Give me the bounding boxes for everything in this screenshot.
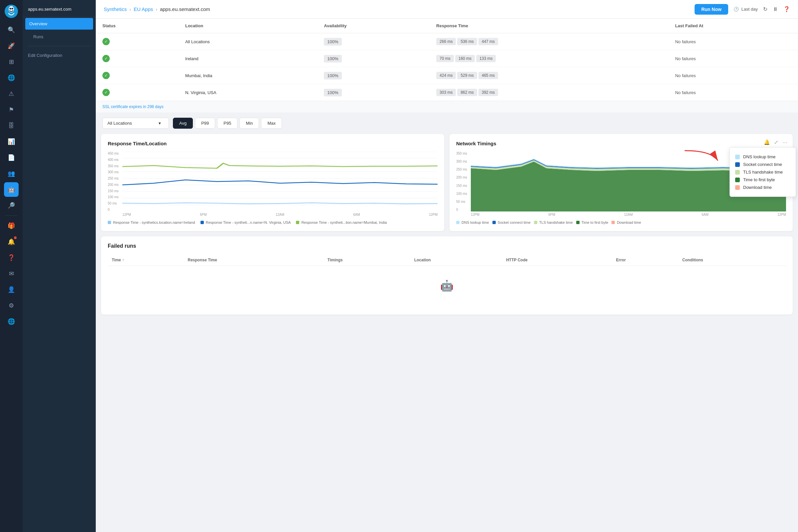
metric-btn-max[interactable]: Max xyxy=(261,118,282,129)
location-cell: N. Virginia, USA xyxy=(178,84,317,101)
clock-icon: 🕐 xyxy=(734,7,739,12)
col-response-time: Response Time xyxy=(430,19,668,33)
response-time-cell: 70 ms160 ms133 ms xyxy=(430,50,668,67)
time-badge: 133 ms xyxy=(476,55,496,62)
sidebar-search2-icon[interactable]: 🔎 xyxy=(4,198,19,213)
legend-bottom-socket: Socket connect time xyxy=(492,221,531,225)
status-ok-icon: ✓ xyxy=(102,38,110,45)
failed-table: Time Response Time Timings Location HTTP… xyxy=(108,254,786,308)
availability-cell: 100% xyxy=(317,33,430,50)
svg-point-2 xyxy=(10,8,11,10)
last-failed-cell: No failures xyxy=(668,84,798,101)
response-x-axis: 12PM 6PM 12AM 6AM 12PM xyxy=(122,213,438,216)
logo[interactable] xyxy=(4,4,19,19)
network-timings-chart: Network Timings 🔔 ⤢ ⋯ xyxy=(450,134,793,231)
sidebar-globe-icon[interactable]: 🌐 xyxy=(4,71,19,85)
time-badge: 266 ms xyxy=(436,38,456,45)
availability-cell: 100% xyxy=(317,50,430,67)
svg-point-3 xyxy=(12,8,13,10)
breadcrumb-sep1: › xyxy=(129,7,131,12)
sidebar-globe2-icon[interactable]: 🌐 xyxy=(4,314,19,329)
sidebar-doc-icon[interactable]: 📄 xyxy=(4,150,19,165)
col-response-time: Response Time xyxy=(184,254,323,266)
breadcrumb-eu-apps[interactable]: EU Apps xyxy=(134,6,153,12)
availability-badge: 100% xyxy=(324,38,341,45)
status-table: Status Location Availability Response Ti… xyxy=(96,19,798,101)
metric-btn-min[interactable]: Min xyxy=(240,118,259,129)
legend-tls-box xyxy=(735,170,740,174)
status-table-row: ✓ Mumbai, India 100% 424 ms529 ms465 ms … xyxy=(96,67,798,84)
nav-item-overview[interactable]: Overview xyxy=(25,18,93,30)
sidebar-divider xyxy=(5,215,17,216)
status-cell: ✓ xyxy=(96,50,178,67)
sidebar-gift-icon[interactable]: 🎁 xyxy=(4,218,19,233)
legend-bottom-ttfb: Time to first byte xyxy=(576,221,608,225)
availability-cell: 100% xyxy=(317,67,430,84)
legend-dns-box xyxy=(735,155,740,159)
status-table-row: ✓ N. Virginia, USA 100% 303 ms862 ms392 … xyxy=(96,84,798,101)
sidebar-team-icon[interactable]: 👥 xyxy=(4,166,19,181)
chart-actions: 🔔 ⤢ ⋯ xyxy=(764,139,787,145)
sidebar-users-icon[interactable]: 👤 xyxy=(4,282,19,297)
legend-bottom-dns-dot xyxy=(456,221,459,224)
response-chart-area: 450 ms 400 ms 350 ms 300 ms 250 ms 200 m… xyxy=(108,152,438,211)
left-nav: apps.eu.sematext.com Overview Runs Edit … xyxy=(23,0,96,532)
time-range[interactable]: 🕐 Last day xyxy=(734,7,758,12)
time-badge: 392 ms xyxy=(478,89,498,96)
pause-icon[interactable]: ⏸ xyxy=(773,6,778,12)
legend-bottom-dns: DNS lookup time xyxy=(456,221,489,225)
sidebar-rocket-icon[interactable]: 🚀 xyxy=(4,39,19,53)
legend-bottom-ttfb-dot xyxy=(576,221,580,224)
col-http-code: HTTP Code xyxy=(502,254,612,266)
sidebar-flag-icon[interactable]: ⚑ xyxy=(4,102,19,117)
run-now-button[interactable]: Run Now xyxy=(695,4,728,15)
breadcrumb-current: apps.eu.sematext.com xyxy=(160,6,210,12)
network-bottom-legend: DNS lookup time Socket connect time TLS … xyxy=(456,221,786,225)
col-time[interactable]: Time xyxy=(108,254,184,266)
left-nav-title: apps.eu.sematext.com xyxy=(28,5,91,12)
sidebar-chart-icon[interactable]: 📊 xyxy=(4,134,19,149)
sidebar-search-icon[interactable]: 🔍 xyxy=(4,23,19,37)
time-badge: 465 ms xyxy=(478,72,498,79)
sidebar-robot-icon[interactable]: 🤖 xyxy=(4,182,19,197)
time-badge: 447 ms xyxy=(478,38,498,45)
metric-btn-avg[interactable]: Avg xyxy=(173,118,193,129)
sidebar-mail-icon[interactable]: ✉ xyxy=(4,266,19,281)
sidebar-grid-icon[interactable]: ⊞ xyxy=(4,55,19,69)
more-icon[interactable]: ⋯ xyxy=(782,139,787,145)
nav-edit-configuration[interactable]: Edit Configuration xyxy=(23,49,96,62)
metric-btn-p99[interactable]: P99 xyxy=(195,118,215,129)
breadcrumb-synthetics[interactable]: Synthetics xyxy=(104,6,127,12)
location-select[interactable]: All Locations ▾ xyxy=(102,118,169,129)
sidebar-database-icon[interactable]: 🗄 xyxy=(4,118,19,133)
notification-badge xyxy=(14,236,17,239)
sidebar-alert-icon[interactable]: ⚠ xyxy=(4,87,19,101)
bell-icon[interactable]: 🔔 xyxy=(764,139,770,145)
nav-item-runs[interactable]: Runs xyxy=(23,30,96,43)
sidebar: 🔍 🚀 ⊞ 🌐 ⚠ ⚑ 🗄 📊 📄 👥 🤖 🔎 🎁 🔔 ❓ ✉ 👤 ⚙ 🌐 xyxy=(0,0,23,532)
response-y-axis: 450 ms 400 ms 350 ms 300 ms 250 ms 200 m… xyxy=(108,152,121,211)
sidebar-help-icon[interactable]: ❓ xyxy=(4,250,19,265)
col-timings: Timings xyxy=(324,254,410,266)
help-icon[interactable]: ❓ xyxy=(783,6,790,12)
col-last-failed: Last Failed At xyxy=(668,19,798,33)
legend-bottom-tls: TLS handshake time xyxy=(534,221,573,225)
legend-ireland-dot xyxy=(108,221,111,224)
network-x-axis: 12PM 6PM 12AM 6AM 12PM xyxy=(471,213,786,216)
metric-btn-p95[interactable]: P95 xyxy=(217,118,238,129)
legend-socket: Socket connect time xyxy=(735,160,790,168)
status-cell: ✓ xyxy=(96,33,178,50)
response-time-cell: 303 ms862 ms392 ms xyxy=(430,84,668,101)
time-badge: 160 ms xyxy=(455,55,475,62)
no-failures: No failures xyxy=(675,90,696,95)
sidebar-bell-icon[interactable]: 🔔 xyxy=(4,234,19,249)
refresh-icon[interactable]: ↻ xyxy=(763,6,767,12)
expand-icon[interactable]: ⤢ xyxy=(774,139,778,145)
topbar: Synthetics › EU Apps › apps.eu.sematext.… xyxy=(96,0,798,19)
topbar-actions: Run Now 🕐 Last day ↻ ⏸ ❓ xyxy=(695,4,790,15)
last-failed-cell: No failures xyxy=(668,67,798,84)
location-cell: Mumbai, India xyxy=(178,67,317,84)
response-chart-legend: Response Time - synthetics.location.name… xyxy=(108,221,438,225)
legend-ttfb-box xyxy=(735,177,740,182)
sidebar-settings-icon[interactable]: ⚙ xyxy=(4,298,19,313)
